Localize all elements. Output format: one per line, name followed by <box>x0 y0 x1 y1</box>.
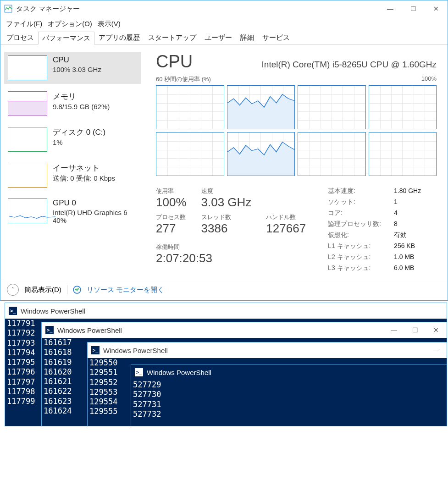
stats: 使用率100% 速度3.03 GHz プロセス数277 スレッド数3386 ハン… <box>156 187 437 275</box>
gpu-mini-graph <box>8 199 47 223</box>
fewer-details-link[interactable]: 簡易表示(D) <box>24 286 61 294</box>
cpu-model: Intel(R) Core(TM) i5-8265U CPU @ 1.60GHz <box>262 60 437 70</box>
powershell-icon: >_ <box>45 326 54 334</box>
titlebar[interactable]: タスク マネージャー — ☐ ✕ <box>0 0 448 17</box>
cpu-core-grid <box>156 85 437 176</box>
sidebar-memory-sub: 9.8/15.9 GB (62%) <box>53 103 110 110</box>
powershell-stack: >_ Windows PowerShell 117791 117792 1177… <box>0 301 448 427</box>
sidebar-disk-sub: 1% <box>53 138 105 146</box>
l2-cache-key: L2 キャッシュ: <box>328 253 383 261</box>
divider <box>67 285 67 294</box>
tabs: プロセス パフォーマンス アプリの履歴 スタートアップ ユーザー 詳細 サービス <box>0 31 448 44</box>
powershell-icon: >_ <box>9 307 17 315</box>
disk-mini-graph <box>8 127 47 152</box>
app-icon <box>4 5 12 13</box>
powershell-icon: >_ <box>91 346 100 354</box>
uptime-value: 2:07:20:53 <box>156 251 306 265</box>
menu-view[interactable]: 表示(V) <box>96 19 122 29</box>
sidebar-item-gpu[interactable]: GPU 0 Intel(R) UHD Graphics 6 40% <box>4 195 141 228</box>
sidebar-cpu-name: CPU <box>53 55 101 65</box>
menu-file[interactable]: ファイル(F) <box>4 19 44 29</box>
cpu-core-graph-6 <box>298 132 366 176</box>
resource-monitor-link[interactable]: リソース モニターを開く <box>87 286 164 294</box>
cpu-mini-graph <box>8 55 47 80</box>
sockets-value: 1 <box>394 198 398 206</box>
menubar: ファイル(F) オプション(O) 表示(V) <box>0 17 448 31</box>
close-button[interactable]: ✕ <box>426 326 447 334</box>
maximize-button[interactable]: ☐ <box>402 0 425 17</box>
cores-key: コア: <box>328 209 383 217</box>
processes-value: 277 <box>156 221 187 236</box>
sidebar-cpu-sub: 100% 3.03 GHz <box>53 66 101 73</box>
sidebar-disk-name: ディスク 0 (C:) <box>53 127 105 138</box>
tab-performance[interactable]: パフォーマンス <box>38 32 94 44</box>
cpu-core-graph-1 <box>227 85 295 129</box>
ethernet-mini-graph <box>8 163 47 188</box>
tab-details[interactable]: 詳細 <box>236 31 258 44</box>
cpu-core-graph-2 <box>298 85 366 129</box>
graph-left-label: 60 秒間の使用率 (%) <box>156 75 211 83</box>
sidebar-ethernet-sub: 送信: 0 受信: 0 Kbps <box>53 174 115 183</box>
cpu-core-graph-0 <box>156 85 224 129</box>
sidebar-item-cpu[interactable]: CPU 100% 3.03 GHz <box>4 52 141 84</box>
speed-value: 3.03 GHz <box>201 195 252 210</box>
cpu-core-graph-3 <box>369 85 437 129</box>
tab-startup[interactable]: スタートアップ <box>144 31 200 44</box>
maximize-button[interactable]: ☐ <box>404 326 426 334</box>
task-manager-window: タスク マネージャー — ☐ ✕ ファイル(F) オプション(O) 表示(V) … <box>0 0 448 301</box>
graph-right-label: 100% <box>421 75 437 83</box>
logical-procs-value: 8 <box>394 220 398 228</box>
fewer-details-icon[interactable]: ˄ <box>7 284 19 296</box>
sidebar-gpu-sub2: 40% <box>53 216 127 224</box>
speed-label: 速度 <box>201 187 252 195</box>
l3-cache-value: 6.0 MB <box>394 264 414 272</box>
processes-label: プロセス数 <box>156 213 187 221</box>
threads-value: 3386 <box>201 221 252 236</box>
sidebar-gpu-name: GPU 0 <box>53 199 127 208</box>
cpu-core-graph-5 <box>227 132 295 176</box>
logical-procs-key: 論理プロセッサ数: <box>328 220 383 228</box>
virtualization-key: 仮想化: <box>328 231 383 239</box>
l3-cache-key: L3 キャッシュ: <box>328 264 383 272</box>
sidebar-item-memory[interactable]: メモリ 9.8/15.9 GB (62%) <box>4 88 141 120</box>
minimize-button[interactable]: — <box>426 347 447 354</box>
window-title: タスク マネージャー <box>16 5 379 13</box>
powershell-title: Windows PowerShell <box>147 369 447 376</box>
powershell-title: Windows PowerShell <box>103 347 422 354</box>
detail-title: CPU <box>156 52 193 72</box>
util-value: 100% <box>156 195 187 210</box>
close-button[interactable]: ✕ <box>425 0 448 17</box>
virtualization-value: 有効 <box>394 231 407 239</box>
stats-right: 基本速度:1.80 GHz ソケット:1 コア:4 論理プロセッサ数:8 仮想化… <box>328 187 421 275</box>
l2-cache-value: 1.0 MB <box>394 253 414 261</box>
uptime-label: 稼働時間 <box>156 243 306 251</box>
powershell-window-4[interactable]: >_ Windows PowerShell 527729 527730 5277… <box>131 364 447 426</box>
handles-value: 127667 <box>266 221 306 236</box>
util-label: 使用率 <box>156 187 187 195</box>
sidebar-item-ethernet[interactable]: イーサネット 送信: 0 受信: 0 Kbps <box>4 159 141 191</box>
minimize-button[interactable]: — <box>383 326 404 334</box>
base-speed-value: 1.80 GHz <box>394 187 421 195</box>
tab-services[interactable]: サービス <box>258 31 294 44</box>
menu-options[interactable]: オプション(O) <box>46 19 94 29</box>
minimize-button[interactable]: — <box>379 0 402 17</box>
tab-apphistory[interactable]: アプリの履歴 <box>94 31 144 44</box>
powershell-icon: >_ <box>135 368 143 376</box>
l1-cache-value: 256 KB <box>394 242 415 250</box>
detail-panel: CPU Intel(R) Core(TM) i5-8265U CPU @ 1.6… <box>145 44 448 279</box>
l1-cache-key: L1 キャッシュ: <box>328 242 383 250</box>
sockets-key: ソケット: <box>328 198 383 206</box>
sidebar-item-disk[interactable]: ディスク 0 (C:) 1% <box>4 123 141 155</box>
sidebar-ethernet-name: イーサネット <box>53 163 115 173</box>
tab-processes[interactable]: プロセス <box>2 31 38 44</box>
svg-point-1 <box>73 286 81 293</box>
powershell-title: Windows PowerShell <box>57 326 380 334</box>
threads-label: スレッド数 <box>201 213 252 221</box>
performance-body: CPU 100% 3.03 GHz メモリ 9.8/15.9 GB (62%) … <box>0 44 448 279</box>
sidebar: CPU 100% 3.03 GHz メモリ 9.8/15.9 GB (62%) … <box>0 44 145 279</box>
sidebar-gpu-sub: Intel(R) UHD Graphics 6 <box>53 209 127 216</box>
window-controls: — ☐ ✕ <box>379 0 448 17</box>
tab-users[interactable]: ユーザー <box>200 31 236 44</box>
powershell-title: Windows PowerShell <box>21 307 447 315</box>
base-speed-key: 基本速度: <box>328 187 383 195</box>
